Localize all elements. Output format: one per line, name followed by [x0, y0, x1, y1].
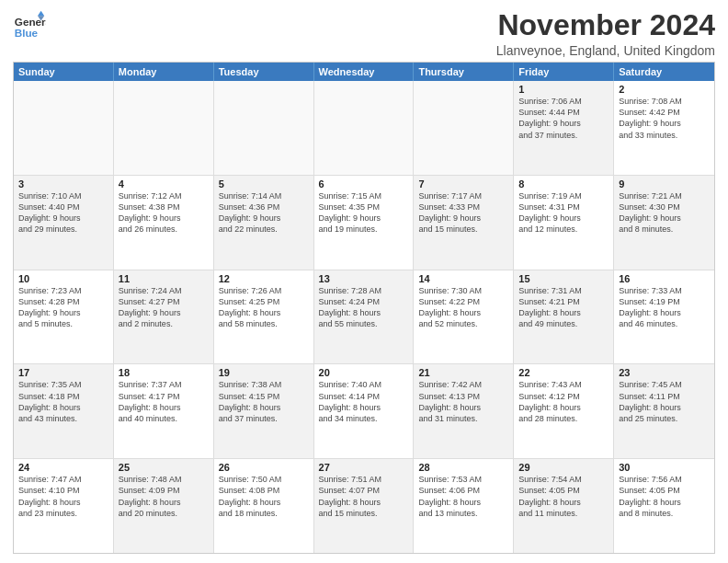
calendar-cell: 17Sunrise: 7:35 AM Sunset: 4:18 PM Dayli…	[14, 364, 114, 458]
calendar-cell: 26Sunrise: 7:50 AM Sunset: 4:08 PM Dayli…	[214, 459, 314, 553]
location-title: Llanveynoe, England, United Kingdom	[496, 43, 715, 58]
day-number: 13	[319, 273, 409, 284]
svg-text:Blue: Blue	[15, 27, 39, 39]
month-title: November 2024	[496, 9, 715, 41]
day-number: 18	[119, 367, 209, 378]
day-info: Sunrise: 7:33 AM Sunset: 4:19 PM Dayligh…	[619, 285, 710, 330]
day-number: 7	[418, 178, 508, 190]
calendar-cell: 11Sunrise: 7:24 AM Sunset: 4:27 PM Dayli…	[114, 270, 214, 364]
day-number: 14	[418, 273, 508, 284]
day-number: 10	[18, 273, 108, 284]
header-friday: Friday	[514, 63, 614, 81]
calendar-cell	[14, 81, 114, 175]
calendar-cell: 20Sunrise: 7:40 AM Sunset: 4:14 PM Dayli…	[314, 364, 415, 458]
header-monday: Monday	[114, 63, 214, 81]
svg-marker-2	[38, 11, 44, 16]
day-number: 4	[119, 178, 209, 190]
calendar: Sunday Monday Tuesday Wednesday Thursday…	[13, 62, 715, 554]
calendar-cell	[414, 81, 514, 175]
calendar-cell	[114, 81, 214, 175]
day-number: 21	[418, 367, 508, 378]
header-row: General Blue November 2024 Llanveynoe, E…	[13, 9, 715, 58]
day-info: Sunrise: 7:56 AM Sunset: 4:05 PM Dayligh…	[619, 474, 710, 519]
calendar-cell: 23Sunrise: 7:45 AM Sunset: 4:11 PM Dayli…	[614, 364, 714, 458]
day-number: 16	[619, 273, 710, 284]
day-number: 26	[219, 462, 309, 473]
header-tuesday: Tuesday	[214, 63, 314, 81]
day-info: Sunrise: 7:35 AM Sunset: 4:18 PM Dayligh…	[18, 379, 108, 424]
calendar-row-4: 24Sunrise: 7:47 AM Sunset: 4:10 PM Dayli…	[14, 458, 714, 553]
day-info: Sunrise: 7:10 AM Sunset: 4:40 PM Dayligh…	[18, 190, 108, 236]
calendar-body: 1Sunrise: 7:06 AM Sunset: 4:44 PM Daylig…	[14, 81, 714, 553]
day-number: 22	[518, 367, 609, 378]
day-number: 8	[518, 178, 609, 190]
day-info: Sunrise: 7:47 AM Sunset: 4:10 PM Dayligh…	[18, 474, 108, 519]
calendar-cell: 25Sunrise: 7:48 AM Sunset: 4:09 PM Dayli…	[114, 459, 214, 553]
day-number: 9	[619, 178, 710, 190]
day-number: 5	[219, 178, 309, 190]
calendar-cell: 13Sunrise: 7:28 AM Sunset: 4:24 PM Dayli…	[314, 270, 415, 364]
calendar-cell: 10Sunrise: 7:23 AM Sunset: 4:28 PM Dayli…	[14, 270, 114, 364]
day-number: 28	[418, 462, 508, 473]
day-number: 17	[18, 367, 108, 378]
calendar-cell: 5Sunrise: 7:14 AM Sunset: 4:36 PM Daylig…	[214, 176, 314, 270]
day-number: 6	[319, 178, 409, 190]
calendar-cell: 30Sunrise: 7:56 AM Sunset: 4:05 PM Dayli…	[614, 459, 714, 553]
calendar-cell: 14Sunrise: 7:30 AM Sunset: 4:22 PM Dayli…	[414, 270, 514, 364]
day-info: Sunrise: 7:08 AM Sunset: 4:42 PM Dayligh…	[619, 96, 710, 141]
day-number: 27	[319, 462, 409, 473]
calendar-cell	[314, 81, 415, 175]
calendar-cell: 29Sunrise: 7:54 AM Sunset: 4:05 PM Dayli…	[514, 459, 614, 553]
day-info: Sunrise: 7:48 AM Sunset: 4:09 PM Dayligh…	[119, 474, 209, 519]
calendar-cell: 12Sunrise: 7:26 AM Sunset: 4:25 PM Dayli…	[214, 270, 314, 364]
day-info: Sunrise: 7:45 AM Sunset: 4:11 PM Dayligh…	[619, 379, 710, 424]
calendar-cell: 16Sunrise: 7:33 AM Sunset: 4:19 PM Dayli…	[614, 270, 714, 364]
calendar-cell: 24Sunrise: 7:47 AM Sunset: 4:10 PM Dayli…	[14, 459, 114, 553]
day-info: Sunrise: 7:28 AM Sunset: 4:24 PM Dayligh…	[319, 285, 409, 330]
day-number: 3	[18, 178, 108, 190]
day-info: Sunrise: 7:42 AM Sunset: 4:13 PM Dayligh…	[418, 379, 508, 424]
logo-icon: General Blue	[13, 9, 46, 42]
day-info: Sunrise: 7:21 AM Sunset: 4:30 PM Dayligh…	[619, 190, 710, 236]
calendar-cell: 21Sunrise: 7:42 AM Sunset: 4:13 PM Dayli…	[414, 364, 514, 458]
title-block: November 2024 Llanveynoe, England, Unite…	[496, 9, 715, 58]
calendar-row-3: 17Sunrise: 7:35 AM Sunset: 4:18 PM Dayli…	[14, 363, 714, 458]
day-info: Sunrise: 7:30 AM Sunset: 4:22 PM Dayligh…	[418, 285, 508, 330]
calendar-cell	[214, 81, 314, 175]
day-info: Sunrise: 7:43 AM Sunset: 4:12 PM Dayligh…	[518, 379, 609, 424]
day-number: 15	[518, 273, 609, 284]
day-number: 11	[119, 273, 209, 284]
day-info: Sunrise: 7:24 AM Sunset: 4:27 PM Dayligh…	[119, 285, 209, 330]
day-info: Sunrise: 7:26 AM Sunset: 4:25 PM Dayligh…	[219, 285, 309, 330]
day-info: Sunrise: 7:15 AM Sunset: 4:35 PM Dayligh…	[319, 190, 409, 236]
calendar-cell: 6Sunrise: 7:15 AM Sunset: 4:35 PM Daylig…	[314, 176, 415, 270]
calendar-row-1: 3Sunrise: 7:10 AM Sunset: 4:40 PM Daylig…	[14, 175, 714, 270]
day-number: 25	[119, 462, 209, 473]
day-number: 29	[518, 462, 609, 473]
calendar-cell: 4Sunrise: 7:12 AM Sunset: 4:38 PM Daylig…	[114, 176, 214, 270]
day-number: 12	[219, 273, 309, 284]
day-info: Sunrise: 7:17 AM Sunset: 4:33 PM Dayligh…	[418, 190, 508, 236]
day-info: Sunrise: 7:54 AM Sunset: 4:05 PM Dayligh…	[518, 474, 609, 519]
calendar-cell: 19Sunrise: 7:38 AM Sunset: 4:15 PM Dayli…	[214, 364, 314, 458]
day-number: 1	[518, 84, 609, 95]
calendar-cell: 1Sunrise: 7:06 AM Sunset: 4:44 PM Daylig…	[514, 81, 614, 175]
calendar-cell: 9Sunrise: 7:21 AM Sunset: 4:30 PM Daylig…	[614, 176, 714, 270]
day-info: Sunrise: 7:38 AM Sunset: 4:15 PM Dayligh…	[219, 379, 309, 424]
calendar-cell: 3Sunrise: 7:10 AM Sunset: 4:40 PM Daylig…	[14, 176, 114, 270]
day-info: Sunrise: 7:50 AM Sunset: 4:08 PM Dayligh…	[219, 474, 309, 519]
day-info: Sunrise: 7:12 AM Sunset: 4:38 PM Dayligh…	[119, 190, 209, 236]
calendar-cell: 18Sunrise: 7:37 AM Sunset: 4:17 PM Dayli…	[114, 364, 214, 458]
day-info: Sunrise: 7:37 AM Sunset: 4:17 PM Dayligh…	[119, 379, 209, 424]
day-number: 23	[619, 367, 710, 378]
day-info: Sunrise: 7:51 AM Sunset: 4:07 PM Dayligh…	[319, 474, 409, 519]
day-number: 19	[219, 367, 309, 378]
day-info: Sunrise: 7:06 AM Sunset: 4:44 PM Dayligh…	[518, 96, 609, 141]
calendar-cell: 2Sunrise: 7:08 AM Sunset: 4:42 PM Daylig…	[614, 81, 714, 175]
header-saturday: Saturday	[614, 63, 714, 81]
calendar-cell: 27Sunrise: 7:51 AM Sunset: 4:07 PM Dayli…	[314, 459, 415, 553]
day-info: Sunrise: 7:23 AM Sunset: 4:28 PM Dayligh…	[18, 285, 108, 330]
header-thursday: Thursday	[414, 63, 514, 81]
calendar-cell: 7Sunrise: 7:17 AM Sunset: 4:33 PM Daylig…	[414, 176, 514, 270]
calendar-row-0: 1Sunrise: 7:06 AM Sunset: 4:44 PM Daylig…	[14, 81, 714, 175]
